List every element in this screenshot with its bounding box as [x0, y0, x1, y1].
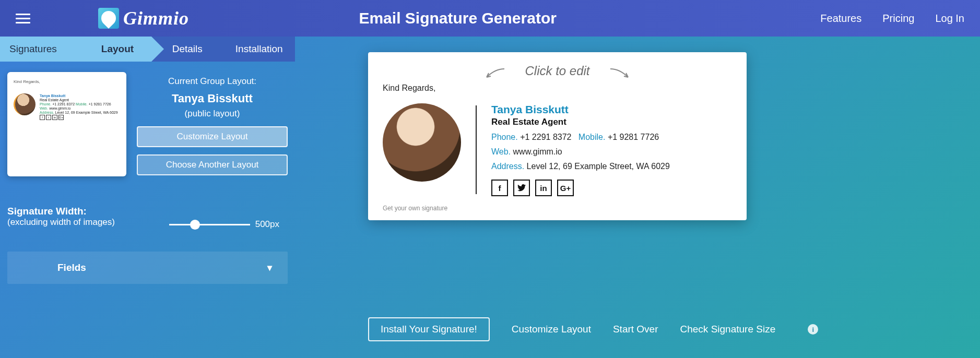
nav-login[interactable]: Log In [935, 13, 964, 25]
preview-divider [476, 105, 477, 194]
thumb-greeting: Kind Regards, [14, 79, 120, 84]
group-layout-name: Tanya Bisskutt [137, 92, 288, 105]
chevron-down-icon: ▾ [267, 262, 272, 273]
linkedin-icon[interactable]: in [535, 180, 552, 196]
address-value: Level 12, 69 Example Street, WA 6029 [527, 162, 670, 171]
tab-signatures[interactable]: Signatures [0, 37, 84, 62]
thumb-google-icon: G+ [58, 115, 64, 120]
thumb-twitter-icon: t [46, 115, 51, 120]
thumb-name: Tanya Bisskutt [40, 94, 118, 98]
nav-features[interactable]: Features [820, 13, 861, 25]
mobile-label: Mobile. [578, 133, 606, 141]
fields-label: Fields [57, 262, 86, 273]
preview-name: Tanya Bisskutt [491, 103, 670, 116]
mobile-value: +1 9281 7726 [608, 133, 659, 141]
arrow-right-icon [609, 67, 635, 81]
check-signature-size-link[interactable]: Check Signature Size [680, 324, 776, 335]
click-to-edit-label: Click to edit [525, 64, 589, 78]
start-over-link[interactable]: Start Over [613, 324, 658, 335]
thumb-avatar [14, 93, 36, 115]
preview-greeting: Kind Regards, [383, 83, 732, 93]
group-layout-label: Current Group Layout: [137, 76, 288, 87]
signature-preview-card[interactable]: Click to edit Kind Regards, Tanya Bissku… [368, 52, 747, 220]
phone-value: +1 2291 8372 [520, 133, 571, 141]
install-signature-button[interactable]: Install Your Signature! [368, 317, 490, 341]
twitter-icon[interactable] [513, 180, 530, 196]
preview-role: Real Estate Agent [491, 117, 670, 127]
facebook-icon[interactable]: f [491, 180, 508, 196]
google-plus-icon[interactable]: G+ [557, 180, 574, 196]
page-title: Email Signature Generator [95, 9, 820, 27]
customize-layout-button[interactable]: Customize Layout [137, 126, 288, 147]
signature-width-title: Signature Width: [7, 206, 288, 217]
tab-installation[interactable]: Installation [223, 37, 296, 62]
info-icon[interactable]: i [808, 324, 818, 335]
logo-icon [98, 8, 119, 29]
preview-avatar [383, 103, 461, 182]
address-label: Address. [491, 162, 524, 171]
signature-width-value: 500px [255, 219, 279, 230]
customize-layout-link[interactable]: Customize Layout [512, 324, 591, 335]
layout-thumbnail[interactable]: Kind Regards, Tanya Bisskutt Real Estate… [7, 72, 126, 176]
thumb-facebook-icon: f [40, 115, 45, 120]
phone-label: Phone. [491, 133, 518, 141]
thumb-linkedin-icon: in [52, 115, 57, 120]
nav-pricing[interactable]: Pricing [882, 13, 914, 25]
web-label: Web. [491, 147, 511, 156]
signature-width-slider[interactable] [169, 224, 250, 225]
slider-thumb[interactable] [190, 220, 200, 230]
fields-accordion[interactable]: Fields ▾ [7, 252, 288, 284]
get-own-signature-link[interactable]: Get your own signature [383, 205, 732, 212]
web-value: www.gimm.io [513, 147, 562, 156]
choose-another-layout-button[interactable]: Choose Another Layout [137, 154, 288, 175]
thumb-role: Real Estate Agent [40, 98, 118, 102]
hamburger-menu[interactable] [16, 11, 30, 26]
group-layout-public: (public layout) [137, 109, 288, 119]
tab-layout[interactable]: Layout [84, 37, 151, 62]
arrow-left-icon [479, 67, 505, 81]
